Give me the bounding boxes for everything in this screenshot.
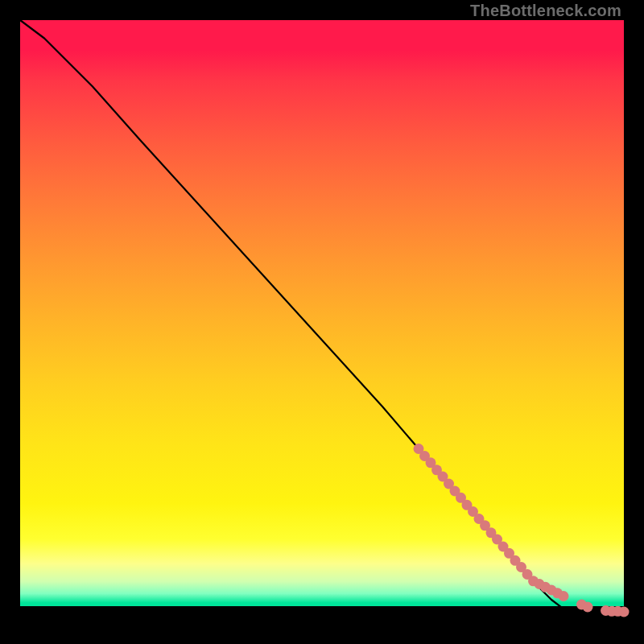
data-points-group — [414, 444, 630, 617]
data-point — [583, 602, 593, 613]
chart-frame: TheBottleneck.com — [0, 0, 644, 644]
bottleneck-curve — [20, 20, 624, 612]
data-point — [559, 591, 569, 601]
chart-svg — [20, 20, 624, 624]
data-point — [619, 607, 630, 617]
watermark-text: TheBottleneck.com — [470, 2, 621, 20]
